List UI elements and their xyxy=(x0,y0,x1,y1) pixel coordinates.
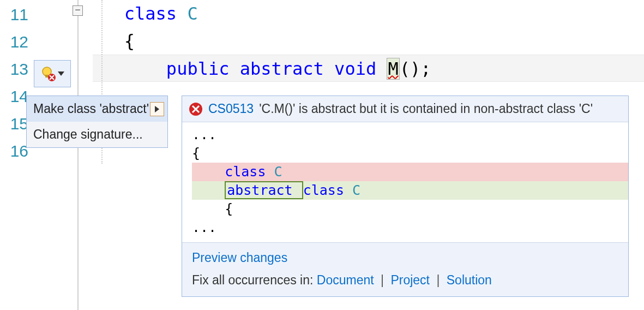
preview-changes-link[interactable]: Preview changes xyxy=(192,251,287,265)
fix-scope-document[interactable]: Document xyxy=(317,273,374,287)
error-message: 'C.M()' is abstract but it is contained … xyxy=(259,102,593,116)
diff-added-line: abstract class C xyxy=(192,181,628,200)
error-icon xyxy=(189,102,203,116)
added-keyword-highlight: abstract xyxy=(225,181,303,199)
separator: | xyxy=(433,273,443,287)
keyword-abstract: abstract xyxy=(240,58,334,79)
keyword-class: class xyxy=(225,164,274,180)
fix-scope-label: Fix all occurrences in: xyxy=(192,273,317,287)
indent xyxy=(192,164,225,180)
code-line[interactable]: { xyxy=(93,27,644,55)
preview-footer: Preview changes Fix all occurrences in: … xyxy=(182,243,628,296)
error-code-link[interactable]: CS0513 xyxy=(208,102,254,116)
quick-action-make-abstract[interactable]: Make class 'abstract' xyxy=(27,96,167,122)
indent xyxy=(192,182,225,198)
separator: | xyxy=(377,273,388,287)
keyword-void: void xyxy=(334,58,387,79)
code-line[interactable]: class C xyxy=(93,0,644,27)
keyword-class: class xyxy=(124,3,188,24)
fix-scope-project[interactable]: Project xyxy=(390,273,430,287)
quick-actions-lightbulb[interactable] xyxy=(34,60,71,87)
diff-line: { xyxy=(192,200,628,218)
fix-scope-solution[interactable]: Solution xyxy=(447,273,492,287)
diff-line: { xyxy=(192,144,628,163)
error-header: CS0513 'C.M()' is abstract but it is con… xyxy=(182,96,628,122)
diff-ellipsis: ... xyxy=(192,126,628,144)
submenu-indicator[interactable] xyxy=(150,102,164,116)
method-name-error[interactable]: M xyxy=(387,58,399,80)
fold-guide-line xyxy=(77,0,79,310)
diff-ellipsis: ... xyxy=(192,218,628,237)
diff-removed-line: class C xyxy=(192,163,628,181)
menu-item-label: Make class 'abstract' xyxy=(33,102,149,116)
keyword-public: public xyxy=(166,58,240,79)
menu-item-label: Change signature... xyxy=(33,127,143,142)
type-name: C xyxy=(352,182,360,198)
lightbulb-error-icon xyxy=(40,66,56,81)
code-text: (); xyxy=(400,58,431,79)
brace: { xyxy=(124,31,135,51)
line-number: 12 xyxy=(0,28,33,56)
quick-action-preview-panel: CS0513 'C.M()' is abstract but it is con… xyxy=(182,96,629,297)
quick-actions-menu: Make class 'abstract' Change signature..… xyxy=(26,96,168,148)
diff-preview: ... { class C abstract class C { ... xyxy=(182,122,628,243)
line-number: 11 xyxy=(0,1,33,28)
type-name: C xyxy=(187,3,197,24)
dropdown-caret-icon xyxy=(58,71,64,76)
line-number: 13 xyxy=(0,56,33,83)
chevron-right-icon xyxy=(155,106,159,112)
code-line-current[interactable]: public abstract void M(); xyxy=(93,55,644,82)
keyword-class: class xyxy=(303,182,352,198)
fold-toggle[interactable]: − xyxy=(73,5,83,16)
type-name: C xyxy=(274,164,282,180)
quick-action-change-signature[interactable]: Change signature... xyxy=(27,122,167,147)
